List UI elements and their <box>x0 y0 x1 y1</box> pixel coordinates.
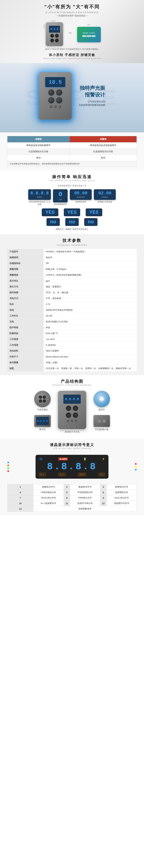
lcd-indicator-s: S <box>39 458 43 460</box>
tech-key-16: 工作湿度 <box>7 342 43 348</box>
hero-tagline: — 先进的安全保护 就在您身边 — <box>7 14 137 17</box>
tech-val-6: 液晶，普通显示 <box>43 284 137 290</box>
tech-key-15: 工作温度 <box>7 336 43 342</box>
alert-desc: 让气体浓度在达到 高低报警值时能够迅速提醒 <box>79 100 105 107</box>
tech-key-18: 外形尺寸 <box>7 354 43 360</box>
lcd-leg-text-2: 数据样本符号 <box>70 484 100 490</box>
tech-row-7: 操作按键 开/关，左、右、确认键 <box>7 290 137 296</box>
tech-val-17: ABS工程塑料 <box>43 348 137 354</box>
op-screen-4: 02.00 检测确认 <box>94 189 116 200</box>
tech-key-2: 传感器寿命 <box>7 260 43 267</box>
lcd-leg-num-11: 11 <box>64 501 70 506</box>
op-screen-4-value: 02.00 <box>96 191 114 196</box>
battery-icon: 🔋 <box>83 458 86 460</box>
tech-row-12: 充电 标准USB接口方式充电 <box>7 319 137 325</box>
lcd-leg-text-6: 低报警指示符 <box>107 490 137 495</box>
hero-title: "小"有所为 "大"有不同 <box>44 4 100 9</box>
lcd-leg-num-10: 10 <box>7 501 33 506</box>
yes-screen-1: YES <box>42 209 58 216</box>
center-sensors <box>66 406 78 418</box>
op-screen-3: 05.00 低报警设置 <box>70 189 92 200</box>
lcd-leg-num-9: 9 <box>100 495 106 501</box>
lcd-side-left <box>7 462 9 472</box>
alert-table-section: 低警报 高警报 蜂鸣器连续演满高频警声 蜂鸣器更加促进满高频警声 红蓝报警指示灯… <box>0 132 144 170</box>
indicator-label: 指示灯 <box>94 408 110 411</box>
op-screen-block-3: 05.00 低报警设置 低报警值设置 <box>70 189 92 206</box>
no-display-2: no <box>65 218 79 226</box>
tech-row-9: 电压 3.7V <box>7 302 137 307</box>
lcd-title-cn: 液晶显示屏标识符号意义 <box>7 442 137 447</box>
lcd-leg-num-1: 1 <box>7 484 33 490</box>
display-icon: 8.8.8.8 <box>34 415 51 427</box>
device-large-brand: finder <box>52 74 59 76</box>
lcd-leg-text-11: 校准符号单位符 <box>70 501 100 506</box>
lcd-legend-row-1: 1 电量指示符号 2 数据样本符号 3 报警指示符号 <box>7 484 137 490</box>
tech-section: 技术参数 TECHNICAL PARAMETERS 产品型号 HG4420（可接… <box>0 234 144 375</box>
structure-left: 气体传感区 8.8.8.8 显示区 <box>34 391 51 431</box>
credit-card-area: 4cm BANK CARD ████ ████ ████ <box>77 24 101 42</box>
tech-key-20: 标配 <box>7 366 43 371</box>
tech-row-16: 工作湿度 5~90%RH <box>7 342 137 348</box>
feature-tagline: 体小质轻 手感舒适 按键灵敏 <box>7 53 137 57</box>
dimension-card: 4cm <box>87 24 91 26</box>
center-device-brand: finder <box>69 393 75 394</box>
device-large-mockup: finder 18.5 <box>39 72 72 120</box>
tech-row-2: 传感器寿命 2年 <box>7 260 137 267</box>
lcd-leg-num-5: 5 <box>64 490 70 495</box>
alert-title: 独特声光振 报警设计 <box>79 85 105 98</box>
operation-section: 操作简单 响应迅速 THE OPERATION IS SIMPLE AND QU… <box>0 170 144 234</box>
structure-item-buttons: 开机键/确认键 <box>94 415 110 431</box>
lcd-tag-al-l: AL-L <box>39 473 45 476</box>
tech-key-10: 电池 <box>7 307 43 313</box>
tech-row-13: 防护等级 IP65 <box>7 325 137 331</box>
lcd-leg-text-5: 声音报警指示符 <box>70 490 100 495</box>
tech-val-9: 3.7V <box>43 302 137 307</box>
alert-row-3-low: 振动 <box>7 155 70 161</box>
device-brand: finder <box>52 24 57 25</box>
structure-center: finder 8.8.8.8 微调键/开关存储 <box>58 391 86 433</box>
indicator-icon <box>94 391 110 407</box>
lcd-leg-text-4: USB充电指示符 <box>33 490 64 495</box>
operation-screens-row: 8.8.8.8 检测值 开机后检测到直接进入人员检测 0 归零 按右键调整归零 … <box>7 189 137 206</box>
no-screen-2: no <box>65 218 79 226</box>
tech-key-13: 防护等级 <box>7 325 43 331</box>
op-screen-1-value: 8.8.8.8 <box>30 191 49 196</box>
yes-screen-3: YES <box>86 209 102 216</box>
tech-key-17: 壳体材料 <box>7 348 43 354</box>
lcd-leg-num-6: 6 <box>100 490 106 495</box>
tech-val-18: 92mm×58mm×26.5mm <box>43 354 137 360</box>
tech-row-3: 测量范围 铵氧之例：0-100ppm <box>7 267 137 272</box>
lcd-leg-text-13: 低报警数值单 <box>33 506 137 512</box>
structure-diagram: 气体传感区 8.8.8.8 显示区 finder 8.8.8.8 <box>7 389 137 435</box>
lcd-leg-num-2: 2 <box>64 484 70 490</box>
op-screen-block-4: 02.00 检测确认 检测确认全面迅速 <box>94 189 116 206</box>
lcd-section: 液晶显示屏标识符号意义 LCD screen logo symbol meani… <box>0 439 144 515</box>
no-display-3: no <box>84 218 98 226</box>
lcd-legend-row-5: 13 低报警数值单 <box>7 506 137 512</box>
alert-table-header-high: 高警报 <box>70 136 137 143</box>
op-screen-1-label: 检测值 <box>30 196 49 198</box>
sensor-label: 气体传感区 <box>34 408 51 411</box>
lcd-legend-row-4: 10 AL-L低报警符号 11 校准符号单位符 12 高报警符号符号 <box>7 501 137 506</box>
op-screen-block-2: 0 归零 按右键调整归零 <box>53 189 68 206</box>
tech-key-3: 测量范围 <box>7 267 43 272</box>
comparison-caption: 迷你小巧的外形 和银行卡比较超常规无几 轻巧便携 档案随心 <box>7 48 137 51</box>
lcd-top-row: S ALARM 🔋 ⚡ <box>39 458 105 460</box>
tech-val-2: 2年 <box>43 260 137 267</box>
dimension-h: 5.3cm <box>43 24 45 29</box>
alert-row-3-high: 振动 <box>70 155 137 161</box>
structure-section: 产品结构图 PRODUCT STRUCTURE DRAWING 气体传感区 <box>0 375 144 439</box>
lcd-leg-text-8: PPM单位符号 <box>70 495 100 501</box>
structure-title-cn: 产品结构图 <box>7 379 137 384</box>
center-buttons <box>67 420 77 422</box>
lcd-leg-text-9: %LEL单位符号 <box>107 495 137 501</box>
structure-item-indicator: 指示灯 <box>94 391 110 411</box>
tech-row-19: 参考重量 150g（含量） <box>7 360 137 366</box>
op-screen-3-label: 低报警设置 <box>72 196 89 198</box>
tech-title-cn: 技术参数 <box>7 238 137 243</box>
tech-val-0: HG4420（可接有机气体等一气体检测仪） <box>43 249 137 255</box>
tech-val-8: 中充，差距检测 <box>43 296 137 302</box>
lcd-leg-num-13: 13 <box>7 506 33 512</box>
lcd-display: S ALARM 🔋 ⚡ 8.8.8.8 AL-L AL-H ZERO CAL <box>36 455 108 479</box>
yes-display-2: YES <box>64 209 80 216</box>
